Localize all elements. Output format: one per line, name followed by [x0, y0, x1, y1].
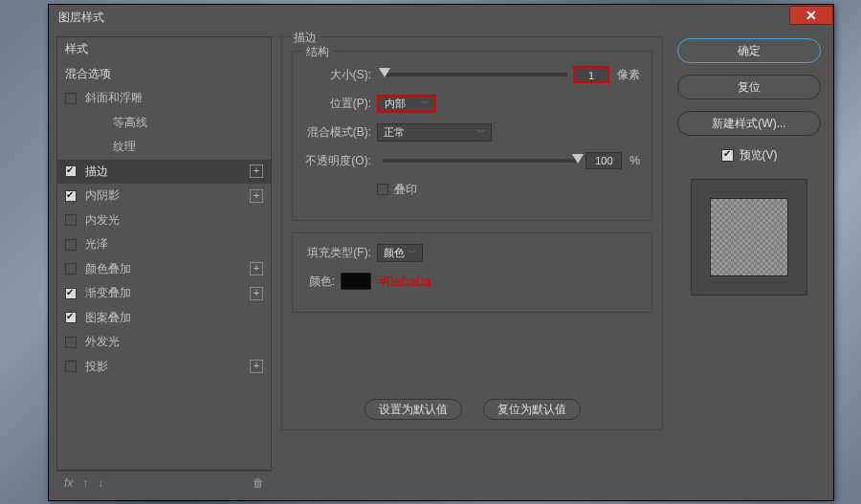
add-effect-icon[interactable]: + [250, 164, 263, 178]
style-label: 图案叠加 [85, 310, 131, 326]
reset-default-button[interactable]: 复位为默认值 [483, 399, 581, 420]
overprint-checkbox[interactable] [377, 184, 388, 195]
opacity-slider[interactable] [383, 159, 580, 163]
opacity-input[interactable]: 100 [585, 152, 622, 169]
style-item-图案叠加[interactable]: 图案叠加 [57, 306, 271, 331]
size-unit: 像素 [617, 67, 640, 83]
color-label: 颜色: [304, 274, 341, 290]
overprint-label: 叠印 [394, 182, 417, 198]
position-label: 位置(P): [304, 96, 377, 112]
opacity-unit: % [629, 154, 640, 167]
style-checkbox [84, 117, 104, 128]
add-effect-icon[interactable]: + [250, 262, 263, 275]
blending-options-heading[interactable]: 混合选项 [57, 62, 271, 87]
opacity-label: 不透明度(O): [304, 153, 377, 169]
style-label: 等高线 [113, 115, 147, 131]
chevron-down-icon: ﹀ [420, 98, 429, 110]
close-icon: ✕ [806, 8, 817, 23]
add-effect-icon[interactable]: + [250, 189, 263, 203]
arrow-up-icon[interactable]: ↑ [82, 476, 88, 490]
filltype-label: 填充类型(F): [304, 245, 377, 261]
style-checkbox[interactable] [65, 263, 77, 274]
style-label: 外发光 [85, 334, 120, 350]
style-item-内发光[interactable]: 内发光 [57, 208, 271, 233]
style-label: 纹理 [113, 139, 136, 155]
style-checkbox[interactable] [65, 93, 77, 104]
style-item-颜色叠加[interactable]: 颜色叠加+ [57, 257, 271, 282]
position-select[interactable]: 内部﹀ [377, 95, 436, 113]
style-checkbox[interactable] [65, 288, 77, 299]
trash-icon[interactable]: 🗑 [253, 476, 264, 490]
style-label: 投影 [85, 359, 108, 375]
style-checkbox[interactable] [65, 165, 77, 177]
preview-label: 预览(V) [740, 147, 778, 164]
arrow-down-icon[interactable]: ↓ [98, 476, 103, 490]
style-item-投影[interactable]: 投影+ [57, 355, 271, 380]
style-checkbox[interactable] [65, 361, 77, 372]
style-label: 渐变叠加 [85, 285, 131, 301]
style-item-纹理[interactable]: 纹理 [57, 135, 271, 160]
style-checkbox[interactable] [65, 190, 77, 202]
style-checkbox[interactable] [65, 239, 77, 251]
style-item-等高线[interactable]: 等高线 [57, 111, 271, 136]
blendmode-select[interactable]: 正常﹀ [377, 123, 492, 142]
style-item-描边[interactable]: 描边+ [57, 160, 271, 185]
structure-group-title: 结构 [302, 44, 333, 60]
filltype-select[interactable]: 颜色﹀ [377, 244, 423, 262]
fx-button[interactable]: fx [64, 476, 73, 490]
styles-panel: 样式 混合选项 斜面和浮雕等高线纹理描边+内阴影+内发光光泽颜色叠加+渐变叠加+… [56, 36, 272, 493]
styles-footer: fx ↑ ↓ 🗑 [56, 471, 272, 493]
add-effect-icon[interactable]: + [250, 360, 263, 373]
chevron-down-icon: ﹀ [476, 126, 485, 139]
style-label: 内发光 [85, 212, 120, 229]
preview-box [691, 179, 807, 296]
titlebar[interactable]: 图层样式 ✕ [49, 5, 833, 31]
styles-heading[interactable]: 样式 [57, 37, 271, 62]
style-checkbox[interactable] [65, 312, 77, 323]
settings-panel: 描边 结构 大小(S): 1 像素 位置(P): 内部﹀ [281, 36, 663, 493]
preview-toggle[interactable]: 预览(V) [721, 147, 778, 164]
size-input[interactable]: 1 [573, 66, 609, 83]
action-panel: 确定 复位 新建样式(W)... 预览(V) [673, 36, 826, 493]
cancel-button[interactable]: 复位 [677, 75, 821, 99]
new-style-button[interactable]: 新建样式(W)... [677, 111, 821, 136]
set-default-button[interactable]: 设置为默认值 [364, 399, 462, 420]
add-effect-icon[interactable]: + [250, 287, 263, 300]
style-checkbox [84, 142, 104, 153]
window-title: 图层样式 [49, 10, 789, 26]
color-annotation: #0a0a0a [379, 274, 431, 289]
color-swatch[interactable] [341, 273, 371, 290]
close-button[interactable]: ✕ [789, 6, 833, 25]
preview-swatch [710, 198, 788, 276]
style-label: 光泽 [85, 236, 108, 252]
chevron-down-icon: ﹀ [408, 247, 416, 259]
preview-checkbox[interactable] [721, 149, 734, 162]
style-item-外发光[interactable]: 外发光 [57, 330, 271, 355]
layer-style-dialog: 图层样式 ✕ 样式 混合选项 斜面和浮雕等高线纹理描边+内阴影+内发光光泽颜色叠… [48, 4, 834, 501]
style-checkbox[interactable] [65, 337, 77, 348]
style-label: 内阴影 [85, 187, 120, 204]
style-checkbox[interactable] [65, 214, 77, 226]
style-label: 斜面和浮雕 [85, 90, 143, 106]
style-item-光泽[interactable]: 光泽 [57, 232, 271, 257]
size-label: 大小(S): [304, 67, 377, 83]
size-slider[interactable] [383, 73, 567, 77]
style-item-渐变叠加[interactable]: 渐变叠加+ [57, 281, 271, 306]
blendmode-label: 混合模式(B): [304, 124, 377, 141]
style-item-斜面和浮雕[interactable]: 斜面和浮雕 [57, 86, 271, 111]
style-label: 描边 [85, 164, 108, 180]
style-label: 颜色叠加 [85, 261, 131, 277]
style-item-内阴影[interactable]: 内阴影+ [57, 184, 271, 208]
ok-button[interactable]: 确定 [677, 38, 821, 63]
